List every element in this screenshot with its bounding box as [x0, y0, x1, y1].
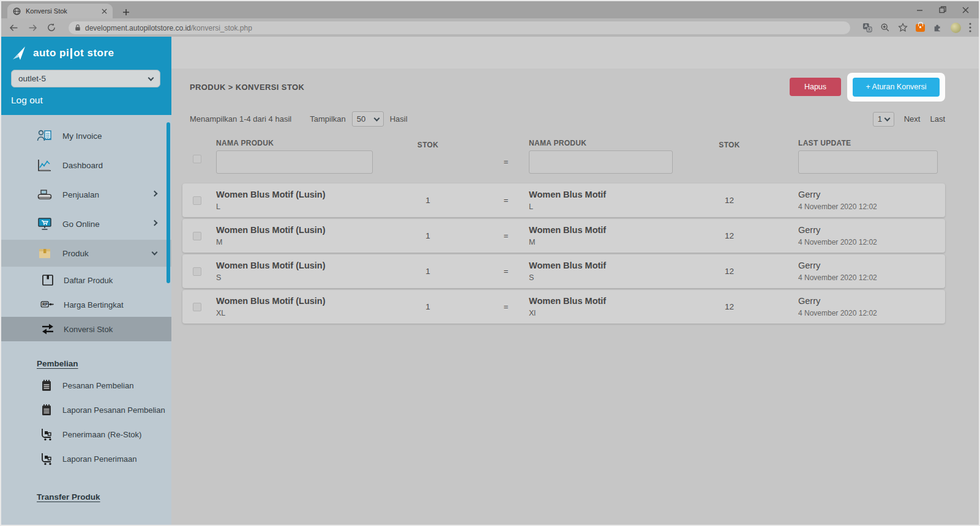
target-product-name: Women Blus Motif — [529, 261, 673, 270]
brand-logo: auto piot store — [11, 45, 162, 61]
sidebar-item-label: Produk — [62, 249, 89, 258]
sidebar-subitem-konversi-stok[interactable]: Konversi Stok — [1, 317, 171, 341]
table-row[interactable]: Women Blus Motif (Lusin)M 1 = Women Blus… — [182, 219, 945, 253]
target-stok: 12 — [673, 302, 786, 311]
sidebar-item-my-invoice[interactable]: My Invoice — [1, 121, 171, 150]
shopping-extension-icon[interactable] — [916, 24, 925, 32]
brand-bar — [70, 48, 72, 59]
sidebar-item-pesanan-pembelian[interactable]: Pesanan Pembelian — [1, 373, 171, 398]
target-product-name: Women Blus Motif — [529, 190, 673, 199]
aturan-konversi-button[interactable]: + Aturan Konversi — [853, 78, 940, 97]
new-tab-button[interactable] — [122, 9, 130, 16]
extensions-puzzle-icon[interactable] — [933, 23, 943, 32]
swap-arrows-icon — [40, 323, 55, 335]
close-button[interactable] — [962, 7, 969, 13]
sidebar-subitem-daftar-produk[interactable]: Daftar Produk — [1, 268, 171, 292]
sidebar-item-go-online[interactable]: Go Online — [1, 209, 171, 239]
table-row[interactable]: Women Blus Motif (Lusin)L 1 = Women Blus… — [182, 183, 945, 217]
sidebar-item-penjualan[interactable]: Penjualan — [1, 180, 171, 209]
sidebar-item-label: Pesanan Pembelian — [62, 381, 133, 390]
product-box-icon — [37, 246, 53, 261]
source-product-variant: M — [216, 238, 373, 246]
browser-tab[interactable]: Konversi Stok — [7, 4, 113, 18]
row-checkbox[interactable] — [193, 196, 201, 205]
back-button[interactable] — [9, 23, 19, 33]
hand-truck-icon — [39, 452, 54, 465]
target-product-name: Women Blus Motif — [529, 225, 673, 235]
next-page-link[interactable]: Next — [904, 114, 921, 124]
url-bar[interactable]: development.autopilotstore.co.id/konvers… — [69, 21, 850, 34]
source-product-variant: S — [216, 273, 373, 282]
svg-text:RP: RP — [42, 302, 48, 306]
translate-icon[interactable] — [862, 23, 872, 32]
chevron-right-icon — [152, 191, 158, 197]
target-stok: 12 — [673, 196, 786, 205]
sidebar-item-label: Laporan Penerimaan — [62, 454, 137, 464]
outlet-select-value: outlet-5 — [18, 74, 46, 83]
table-row[interactable]: Women Blus Motif (Lusin)XL 1 = Women Blu… — [182, 290, 945, 324]
updated-at: 4 November 2020 12:02 — [798, 309, 945, 317]
logout-link[interactable]: Log out — [11, 95, 162, 106]
sidebar-item-laporan-penerimaan[interactable]: Laporan Penerimaan — [1, 446, 171, 471]
page-select[interactable]: 1 — [873, 112, 894, 127]
row-checkbox[interactable] — [193, 303, 201, 311]
section-label: Transfer Produk — [37, 492, 100, 502]
updated-at: 4 November 2020 12:02 — [798, 202, 945, 211]
brand-text-suffix: ot store — [73, 47, 114, 59]
source-product-name: Women Blus Motif (Lusin) — [216, 296, 373, 306]
sidebar-subitem-label: Konversi Stok — [64, 325, 113, 334]
section-label: Pembelian — [37, 359, 78, 368]
sidebar-item-laporan-pesanan-pembelian[interactable]: Laporan Pesanan Pembelian — [1, 398, 171, 422]
app-top-bar — [171, 37, 979, 69]
target-stok: 12 — [673, 231, 786, 240]
sidebar-section-pembelian[interactable]: Pembelian — [1, 354, 171, 373]
filter-nama-produk-2-input[interactable] — [529, 150, 673, 174]
hand-truck-icon — [39, 428, 54, 441]
sidebar-item-penerimaan-restok[interactable]: Penerimaan (Re-Stok) — [1, 422, 171, 446]
tab-strip: Konversi Stok — [1, 1, 979, 18]
sidebar-item-label: Go Online — [62, 220, 100, 229]
per-page-select[interactable]: 50 — [352, 111, 384, 127]
select-all-checkbox[interactable] — [193, 155, 201, 163]
notepad-icon — [39, 379, 54, 392]
sidebar-scrollbar[interactable] — [166, 122, 170, 283]
sidebar-item-produk[interactable]: Produk — [1, 240, 171, 267]
filter-last-update-input[interactable] — [798, 150, 938, 174]
rp-price-tag-icon: RP — [40, 298, 55, 311]
sidebar-item-dashboard[interactable]: Dashboard — [1, 150, 171, 180]
sidebar-section-transfer-produk[interactable]: Transfer Produk — [1, 487, 171, 506]
equals-sign: = — [483, 302, 529, 311]
target-stok: 12 — [673, 267, 786, 276]
source-product-variant: L — [216, 202, 373, 211]
hasil-label: Hasil — [390, 114, 408, 124]
tab-title: Konversi Stok — [26, 7, 97, 15]
url-path: /konversi_stok.php — [191, 24, 252, 32]
last-page-link[interactable]: Last — [930, 114, 945, 124]
bookmark-star-icon[interactable] — [898, 23, 908, 32]
profile-avatar[interactable] — [951, 23, 961, 33]
lock-icon — [75, 24, 81, 31]
updated-by: Gerry — [798, 296, 945, 306]
tampilkan-label: Tampilkan — [310, 114, 346, 124]
konversi-stok-table: NAMA PRODUK STOK = NAMA PRODUK STOK LAST… — [182, 139, 945, 324]
filter-nama-produk-1-input[interactable] — [216, 150, 373, 174]
forward-button[interactable] — [28, 23, 38, 33]
sidebar-subitem-harga-bertingkat[interactable]: RP Harga Bertingkat — [1, 292, 171, 317]
column-header-nama-produk-2: NAMA PRODUK — [529, 139, 673, 147]
outlet-select[interactable]: outlet-5 — [11, 70, 160, 87]
minimize-button[interactable] — [916, 7, 923, 13]
row-checkbox[interactable] — [193, 267, 201, 276]
source-product-name: Women Blus Motif (Lusin) — [216, 225, 373, 235]
target-product-variant: M — [529, 238, 673, 246]
refresh-button[interactable] — [47, 23, 56, 32]
tab-close-icon[interactable] — [102, 9, 107, 14]
row-checkbox[interactable] — [193, 232, 201, 240]
hapus-button[interactable]: Hapus — [790, 78, 841, 96]
zoom-icon[interactable] — [880, 23, 890, 32]
target-product-variant: S — [529, 273, 673, 282]
table-row[interactable]: Women Blus Motif (Lusin)S 1 = Women Blus… — [182, 254, 945, 288]
menu-dots-icon[interactable] — [969, 23, 971, 32]
restore-button[interactable] — [939, 6, 946, 13]
source-product-name: Women Blus Motif (Lusin) — [216, 190, 373, 199]
source-product-variant: XL — [216, 309, 373, 317]
